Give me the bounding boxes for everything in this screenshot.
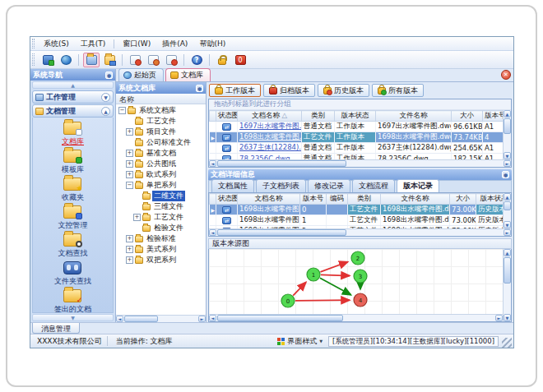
graph-node-1[interactable]: 1 [307,268,320,281]
column-header-1[interactable]: 文档名称 [238,194,300,205]
power-button[interactable] [232,53,248,67]
scroll-up-icon[interactable]: ▲ [504,110,511,118]
folder-open-button[interactable] [83,53,100,67]
column-header-3[interactable]: 版本状态 [335,111,376,122]
table-row[interactable]: 1697出水嘴零件图.dwg普通文档工作版本1697出水嘴零件图.dwg96.6… [210,122,504,132]
version-button-3[interactable]: 所有版本 [372,84,424,97]
tree-horizontal-scrollbar[interactable]: ◄► [116,315,206,322]
column-header-2[interactable]: 类别 [302,111,335,122]
scroll-thumb[interactable] [124,316,158,322]
version-button-0[interactable]: 工作版本 [209,84,261,97]
scroll-track[interactable] [216,229,504,236]
menu-item-2[interactable]: 窗口(W) [117,38,156,50]
expand-icon[interactable]: + [133,214,141,221]
table-row[interactable]: 2637主体(12284).dwg普通文档工作版本2637主体(12284).d… [210,143,504,154]
scroll-track[interactable] [123,316,198,322]
scroll-right-icon[interactable]: ► [198,316,206,322]
column-header-6[interactable]: 版本号 [483,111,504,122]
scroll-track[interactable] [504,118,511,152]
column-header-0[interactable]: 状态图 [216,111,238,122]
detail-tab-3[interactable]: 文档流程 [352,179,395,192]
table-row[interactable]: ▶1698出水嘴零件图.dwg0工艺文件1698出水嘴零件图.dwg73.00K… [210,205,504,215]
column-header-4[interactable]: 类别 [348,194,381,205]
sidebar-item-2[interactable]: ★收藏夹 [37,177,109,204]
column-header-0[interactable]: 状态图 [216,194,238,205]
toolbar-grip[interactable] [32,53,35,66]
tree-node-7[interactable]: −单把系列 [116,180,206,191]
tree-column-header[interactable]: 名称 [116,94,206,104]
version-button-2[interactable]: 历史版本 [318,84,369,97]
scroll-down-icon[interactable]: ▼ [504,314,511,321]
help-button[interactable] [188,53,205,67]
interface-style-dropdown[interactable]: 界面样式 ▼ [275,336,325,347]
expand-icon[interactable]: + [126,235,133,242]
column-header-2[interactable]: 版本号 [300,194,327,205]
scroll-track[interactable] [504,201,511,221]
document-table[interactable]: 状态图文档名称 △类别版本状态文件名称大小版本号签出状态1697出水嘴零件图.d… [209,110,503,159]
expand-icon[interactable]: + [126,128,133,136]
tree-node-14[interactable]: +双把系列 [116,255,206,265]
scroll-left-icon[interactable]: ◄ [116,316,123,322]
chevron-down-icon[interactable]: ▼ [101,93,110,102]
tree-node-2[interactable]: +项目文件 [116,127,206,137]
tree-node-8[interactable]: −二维文件 [116,191,206,201]
scroll-down-icon[interactable]: ▼ [504,221,511,228]
tree-node-6[interactable]: +欧式系列 [116,169,206,180]
column-header-6[interactable]: 大小 [450,194,476,205]
graph-horizontal-scrollbar[interactable]: ◄► [209,314,503,321]
table-row[interactable]: ▶1698出水嘴零件图.dwg工艺文件工作版本1698出水嘴零件图.dwg73.… [210,132,504,143]
menu-item-4[interactable]: 帮助(H) [193,38,231,50]
expand-icon[interactable]: + [126,150,133,157]
scroll-track[interactable] [216,160,504,167]
sidebar-item-4[interactable]: 文档查找 [37,233,109,260]
tree-node-0[interactable]: −系统文档库 [116,105,206,116]
document-new-button[interactable] [127,53,143,67]
graph-node-4[interactable]: 4 [354,293,367,307]
column-header-5[interactable]: 文件名称 [381,194,450,205]
table-row[interactable]: 1698出水嘴零件图.dwg1工艺文件1698出水嘴零件图.dwg73.00KB… [210,215,504,226]
scroll-left-icon[interactable]: ◄ [209,160,216,167]
select-all-corner[interactable] [210,194,216,205]
expand-icon[interactable]: + [126,160,133,168]
message-panel-tab[interactable]: 消息管理 [32,323,80,334]
version-graph[interactable]: 01234 [209,249,503,314]
scroll-thumb[interactable] [217,315,343,321]
expand-icon[interactable]: + [126,246,133,253]
column-header-1[interactable]: 文档名称 △ [238,111,302,122]
menu-item-1[interactable]: 工具(T) [75,38,112,50]
column-header-4[interactable]: 文件名称 [376,111,452,122]
sidebar-scroll-up[interactable]: ▲ [32,81,114,89]
menu-item-0[interactable]: 系统(S) [38,38,75,50]
sidebar-scroll-down[interactable]: ▼ [32,314,114,321]
tree-node-13[interactable]: +美式系列 [116,244,206,255]
column-header-7[interactable]: 版本状态 [476,194,504,205]
column-header-5[interactable]: 大小 [452,111,483,122]
menubar-grip[interactable] [32,39,35,48]
collapse-icon[interactable]: − [118,107,126,114]
document-checkin-button[interactable] [145,53,161,67]
scroll-thumb[interactable] [217,229,346,236]
graph-node-3[interactable]: 3 [354,270,367,283]
scroll-thumb[interactable] [504,257,511,284]
collapse-icon[interactable]: − [126,182,133,189]
tab-1[interactable]: 文档库 [165,68,211,81]
version-button-1[interactable]: 归档版本 [263,84,315,97]
sidebar-group-0[interactable]: 工作管理▼ [32,90,114,104]
scroll-right-icon[interactable]: ► [504,229,511,236]
tree-node-1[interactable]: −工艺文件 [116,116,206,127]
display-button[interactable] [39,53,56,67]
graph-node-0[interactable]: 0 [281,294,295,307]
tree-node-3[interactable]: −公司标准文件 [116,137,206,148]
lock-button[interactable] [214,53,230,67]
column-header-3[interactable]: 编码 [327,194,348,205]
scroll-down-icon[interactable]: ▼ [504,152,511,159]
graph-vertical-scrollbar[interactable]: ▲▼ [503,249,511,321]
scroll-left-icon[interactable]: ◄ [209,229,216,236]
tree-node-4[interactable]: +基准文档 [116,148,206,159]
version-table-vertical-scrollbar[interactable]: ▲▼ [503,193,511,228]
pin-icon[interactable]: ● [196,85,203,92]
sidebar-item-6[interactable]: ✓签出的文档 [37,288,109,313]
scroll-thumb[interactable] [504,201,511,210]
tree-node-10[interactable]: +工艺文件 [116,212,206,223]
table-row[interactable]: 78.2356C.dwg普通文档工作版本78.2356C.dwg182.15KB… [210,154,504,160]
